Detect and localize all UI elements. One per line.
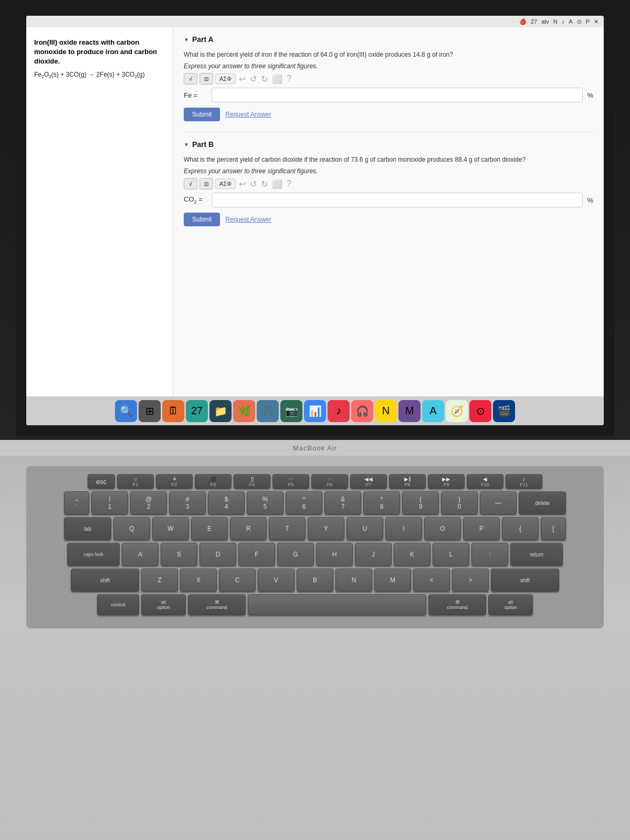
key-period[interactable]: > — [452, 569, 489, 592]
key-f[interactable]: F — [238, 543, 275, 566]
math-sqrt-btn[interactable]: √ — [184, 73, 197, 85]
math-matrix-btn-b[interactable]: ⊡ — [200, 178, 213, 190]
dock-video[interactable]: 🎬 — [493, 400, 515, 422]
dock-headphones[interactable]: 🎧 — [351, 400, 373, 422]
key-9[interactable]: (9 — [402, 491, 439, 514]
dock-launchpad[interactable]: ⊞ — [139, 400, 161, 422]
key-tilde[interactable]: ~` — [64, 491, 89, 514]
dock-app3[interactable]: 📁 — [209, 400, 232, 422]
math-symbol-btn-b[interactable]: ΑΣΦ — [215, 178, 236, 189]
key-command-left[interactable]: ⌘ command — [188, 594, 246, 615]
part-a-submit-btn[interactable]: Submit — [184, 108, 220, 121]
dock-app5[interactable]: 🎵 — [257, 400, 279, 422]
key-l[interactable]: L — [433, 543, 469, 566]
dock-finder[interactable]: 🔍 — [115, 400, 137, 422]
key-f4[interactable]: ⣿ F4 — [234, 474, 270, 489]
key-f2[interactable]: ☀ F2 — [156, 474, 193, 489]
key-f10[interactable]: ◀ F10 — [467, 474, 503, 489]
key-i[interactable]: I — [385, 517, 422, 540]
key-y[interactable]: Y — [308, 517, 344, 540]
key-f7[interactable]: ◀◀ F7 — [350, 474, 387, 489]
key-minus[interactable]: — — [480, 491, 517, 514]
key-4[interactable]: $4 — [208, 491, 245, 514]
key-f5[interactable]: ⋯ F5 — [272, 474, 309, 489]
key-x[interactable]: X — [180, 569, 217, 592]
dock-app7[interactable]: M — [398, 400, 421, 422]
key-h[interactable]: H — [316, 543, 353, 566]
key-d[interactable]: D — [200, 543, 236, 566]
key-caps[interactable]: caps lock — [67, 543, 120, 566]
key-3[interactable]: #3 — [169, 491, 206, 514]
part-a-input[interactable] — [212, 88, 583, 102]
part-b-input[interactable] — [212, 193, 583, 207]
key-shift-right[interactable]: shift — [491, 569, 559, 592]
key-p[interactable]: P — [463, 517, 500, 540]
toolbar-help[interactable]: ? — [287, 74, 291, 83]
key-2[interactable]: @2 — [130, 491, 167, 514]
key-return[interactable]: return — [510, 543, 563, 566]
key-e[interactable]: E — [191, 517, 228, 540]
key-command-right[interactable]: ⌘ command — [428, 594, 486, 615]
key-esc[interactable]: esc — [88, 474, 115, 489]
part-a-request-btn[interactable]: Request Answer — [225, 108, 271, 121]
math-sqrt-btn-b[interactable]: √ — [184, 178, 197, 190]
toolbar-b-help[interactable]: ? — [287, 179, 291, 188]
key-tab[interactable]: tab — [64, 517, 111, 540]
dock-music[interactable]: ♪ — [328, 400, 350, 422]
key-u[interactable]: U — [346, 517, 383, 540]
key-0[interactable]: )0 — [441, 491, 478, 514]
dock-camera[interactable]: 📷 — [280, 400, 302, 422]
dock-app9[interactable]: ⊙ — [469, 400, 491, 422]
key-m[interactable]: M — [374, 569, 411, 592]
key-f6[interactable]: ⋯ F6 — [311, 474, 348, 489]
key-f9[interactable]: ▶▶ F9 — [428, 474, 465, 489]
key-delete[interactable]: delete — [519, 491, 566, 514]
key-j[interactable]: J — [355, 543, 392, 566]
key-f8[interactable]: ▶‖ F8 — [389, 474, 426, 489]
key-r[interactable]: R — [230, 517, 267, 540]
key-control[interactable]: control — [97, 594, 139, 615]
dock-app6[interactable]: N — [375, 400, 397, 422]
key-6[interactable]: ^6 — [286, 491, 322, 514]
key-v[interactable]: V — [258, 569, 295, 592]
part-b-request-btn[interactable]: Request Answer — [225, 213, 271, 226]
key-s[interactable]: S — [161, 543, 197, 566]
key-a[interactable]: A — [122, 543, 159, 566]
math-matrix-btn[interactable]: ⊡ — [200, 73, 213, 85]
dock-app8[interactable]: A — [422, 400, 444, 422]
key-8[interactable]: *8 — [363, 491, 400, 514]
part-b-submit-btn[interactable]: Submit — [184, 213, 220, 226]
key-7[interactable]: &7 — [324, 491, 361, 514]
key-t[interactable]: T — [269, 517, 306, 540]
key-z[interactable]: Z — [141, 569, 178, 592]
part-a-instruction: Express your answer to three significant… — [184, 62, 593, 70]
key-c[interactable]: C — [219, 569, 256, 592]
key-n[interactable]: N — [335, 569, 372, 592]
key-o[interactable]: O — [424, 517, 461, 540]
key-b[interactable]: B — [297, 569, 333, 592]
key-comma[interactable]: < — [413, 569, 450, 592]
dock-app2[interactable]: 27 — [186, 400, 208, 422]
key-alt-option-right[interactable]: alt option — [488, 594, 533, 615]
key-bracket-close[interactable]: [ — [541, 517, 566, 540]
key-bracket-open[interactable]: { — [502, 517, 539, 540]
key-space[interactable] — [248, 594, 426, 615]
key-g[interactable]: G — [277, 543, 314, 566]
key-w[interactable]: W — [152, 517, 189, 540]
key-k[interactable]: K — [394, 543, 430, 566]
math-symbol-btn[interactable]: ΑΣΦ — [215, 74, 236, 84]
menu-apple[interactable]: 🍎 — [519, 18, 527, 25]
key-shift-left[interactable]: shift — [71, 569, 139, 592]
key-f3[interactable]: ⬛ F3 — [195, 474, 232, 489]
dock-app4[interactable]: 🌿 — [233, 400, 255, 422]
key-f11[interactable]: ♪ F11 — [506, 474, 542, 489]
key-q[interactable]: Q — [113, 517, 150, 540]
key-1[interactable]: !1 — [91, 491, 128, 514]
dock-safari[interactable]: 🧭 — [446, 400, 468, 422]
dock-chart[interactable]: 📊 — [304, 400, 326, 422]
key-f1[interactable]: ☼ F1 — [117, 474, 154, 489]
key-alt-option-left[interactable]: alt option — [141, 594, 186, 615]
key-colon[interactable]: : — [471, 543, 508, 566]
key-5[interactable]: %5 — [247, 491, 284, 514]
dock-app1[interactable]: 🗓 — [162, 400, 184, 422]
